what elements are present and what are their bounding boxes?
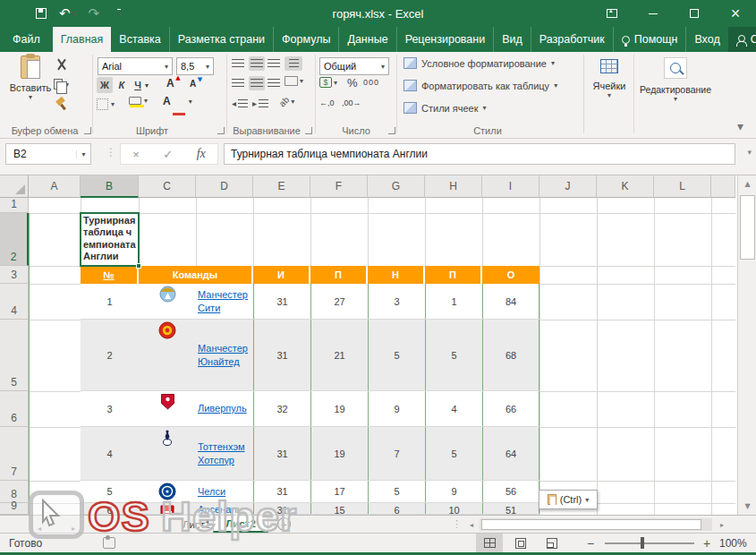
align-middle-button[interactable] xyxy=(249,56,265,71)
number-dialog-launcher[interactable] xyxy=(388,127,395,134)
tab-page-layout[interactable]: Разметка страни xyxy=(170,27,274,52)
tab-formulas[interactable]: Формулы xyxy=(274,27,339,52)
page-break-view-button[interactable] xyxy=(539,534,565,552)
sign-in-button[interactable]: Вход xyxy=(686,27,727,52)
column-header-i[interactable]: I xyxy=(482,175,539,198)
column-header-b[interactable]: B xyxy=(81,175,139,198)
won-cell[interactable]: 27 xyxy=(310,284,368,319)
row-header-2[interactable]: 2 xyxy=(0,213,29,266)
column-header-j[interactable]: J xyxy=(539,175,597,198)
position-cell[interactable]: 3 xyxy=(81,391,139,426)
lost-cell[interactable]: 1 xyxy=(425,284,482,319)
font-color-button[interactable]: А▾ xyxy=(163,95,192,107)
draws-cell[interactable]: 7 xyxy=(368,427,425,480)
comma-style-button[interactable]: 000 xyxy=(363,78,379,87)
scroll-left-button[interactable]: ◂ xyxy=(465,518,478,531)
name-box-dropdown[interactable]: ▾ xyxy=(76,150,90,158)
column-header-k[interactable]: K xyxy=(597,175,654,198)
draws-cell[interactable]: 9 xyxy=(368,391,425,426)
header-cell-points[interactable]: О xyxy=(482,266,539,284)
format-painter-button[interactable] xyxy=(55,98,66,109)
row-header-5[interactable]: 5 xyxy=(0,320,29,391)
accounting-format-button[interactable]: $▾ xyxy=(319,77,337,88)
points-cell[interactable]: 51 xyxy=(482,503,539,515)
played-cell[interactable]: 31 xyxy=(253,427,310,480)
fill-color-button[interactable]: ▾ xyxy=(129,97,148,105)
maximize-button[interactable] xyxy=(674,0,715,27)
column-header-g[interactable]: G xyxy=(368,175,425,198)
zoom-in-button[interactable]: + xyxy=(703,536,710,551)
column-header-d[interactable]: D xyxy=(196,175,253,198)
ribbon-display-options-button[interactable] xyxy=(591,0,633,27)
wrap-text-button[interactable] xyxy=(285,56,302,71)
fill-handle[interactable] xyxy=(136,263,141,269)
copy-button[interactable]: ▾ xyxy=(54,79,69,90)
column-header-l[interactable]: L xyxy=(654,175,711,198)
page-layout-view-button[interactable] xyxy=(507,534,534,552)
decrease-decimal-button[interactable]: ,00→ xyxy=(342,98,361,107)
position-cell[interactable]: 4 xyxy=(81,427,139,480)
underline-button[interactable]: Ч xyxy=(131,77,145,93)
scrollbar-resize-handle[interactable]: ⋮ xyxy=(452,518,462,530)
alignment-dialog-launcher[interactable] xyxy=(305,127,312,134)
row-header-7[interactable]: 7 xyxy=(0,427,29,481)
row-header-1[interactable]: 1 xyxy=(0,198,29,213)
points-cell[interactable]: 84 xyxy=(482,284,539,319)
team-name-cell[interactable]: Тоттенхэм Хотспур xyxy=(196,427,253,480)
lost-cell[interactable]: 10 xyxy=(425,503,482,515)
header-cell-won[interactable]: П xyxy=(310,266,368,284)
tab-developer[interactable]: Разработчик xyxy=(531,27,614,52)
shrink-font-button[interactable]: А▼ xyxy=(190,79,196,89)
team-name-cell[interactable]: Ливерпуль xyxy=(196,391,253,426)
percent-style-button[interactable]: % xyxy=(347,76,358,90)
align-bottom-button[interactable] xyxy=(268,59,280,68)
minimize-button[interactable] xyxy=(633,0,674,27)
horizontal-scrollbar[interactable] xyxy=(480,518,712,531)
zoom-level-label[interactable]: 100% xyxy=(719,537,747,550)
align-top-button[interactable] xyxy=(232,59,244,68)
paste-options-button[interactable]: (Ctrl) ▾ xyxy=(539,490,598,509)
position-cell[interactable]: 2 xyxy=(81,320,139,390)
editing-button[interactable]: Редактирование ▾ xyxy=(637,57,714,103)
won-cell[interactable]: 15 xyxy=(310,503,368,515)
team-name-cell[interactable]: Манчестер Юнайтед xyxy=(196,320,253,390)
insert-function-button[interactable]: fx xyxy=(197,147,206,161)
scroll-right-button[interactable]: ▸ xyxy=(716,518,728,531)
grow-font-button[interactable]: А▲ xyxy=(166,77,174,90)
header-cell-teams[interactable]: Команды xyxy=(139,266,253,284)
team-logo-manchester-united[interactable] xyxy=(139,320,196,390)
tab-tell-me[interactable]: Помощн xyxy=(614,27,687,52)
collapse-ribbon-button[interactable]: ▲ xyxy=(737,124,743,132)
paste-button[interactable]: Вставить ▾ xyxy=(9,56,52,101)
zoom-out-button[interactable]: − xyxy=(587,536,594,551)
cells-button[interactable]: Ячейки ▾ xyxy=(587,59,632,99)
name-box[interactable]: B2 ▾ xyxy=(5,143,91,165)
increase-decimal-button[interactable]: ←,0 xyxy=(319,98,335,107)
scroll-up-button[interactable]: ▲ xyxy=(740,176,755,191)
header-cell-lost[interactable]: П xyxy=(425,266,482,284)
select-all-button[interactable] xyxy=(0,175,29,198)
cut-button[interactable] xyxy=(55,59,68,70)
team-logo-tottenham[interactable] xyxy=(139,427,196,480)
column-header-h[interactable]: H xyxy=(425,175,482,198)
row-header-6[interactable]: 6 xyxy=(0,391,29,427)
points-cell[interactable]: 68 xyxy=(482,320,539,390)
points-cell[interactable]: 56 xyxy=(482,481,539,502)
row-header-3[interactable]: 3 xyxy=(0,266,29,284)
font-name-combo[interactable]: Arial▾ xyxy=(98,57,173,75)
column-header-f[interactable]: F xyxy=(310,175,368,198)
font-dialog-launcher[interactable] xyxy=(217,127,225,134)
tab-view[interactable]: Вид xyxy=(494,27,531,52)
align-center-button[interactable] xyxy=(249,76,265,90)
won-cell[interactable]: 19 xyxy=(310,391,368,426)
column-header-partial[interactable] xyxy=(711,175,735,198)
won-cell[interactable]: 19 xyxy=(310,427,368,480)
vertical-scrollbar[interactable]: ▲ ▼ xyxy=(737,175,756,515)
vertical-scroll-thumb[interactable] xyxy=(740,195,755,260)
formula-input[interactable]: Турнирная таблица чемпионата Англии xyxy=(224,143,735,165)
align-left-button[interactable] xyxy=(232,79,244,88)
points-cell[interactable]: 64 xyxy=(482,427,539,480)
font-size-combo[interactable]: 8,5▾ xyxy=(176,57,214,75)
column-header-a[interactable]: A xyxy=(29,175,81,198)
tab-insert[interactable]: Вставка xyxy=(111,27,169,52)
